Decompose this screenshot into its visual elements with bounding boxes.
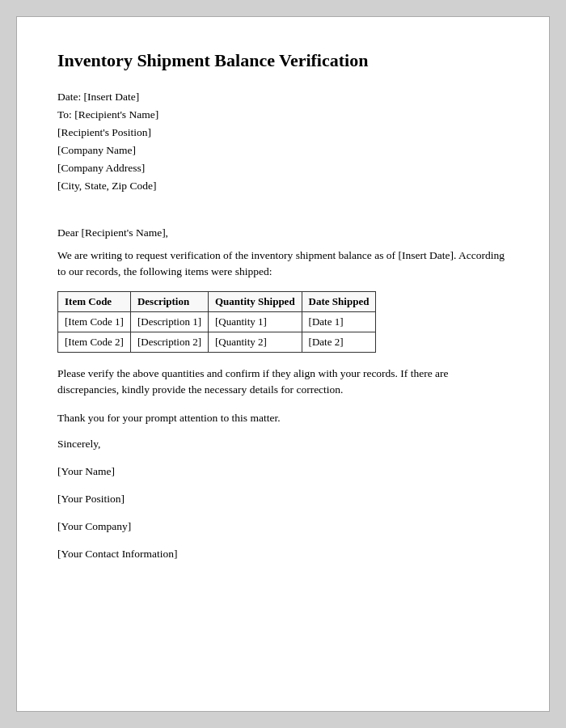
table-row: [Item Code 2][Description 2][Quantity 2]… [58, 332, 376, 353]
table-row: [Item Code 1][Description 1][Quantity 1]… [58, 312, 376, 332]
closing: Sincerely, [57, 438, 509, 451]
table-cell-1-2: [Quantity 2] [208, 332, 302, 353]
table-cell-0-1: [Description 1] [130, 312, 208, 332]
your-contact: [Your Contact Information] [57, 548, 509, 561]
body-paragraph-2: Please verify the above quantities and c… [57, 366, 509, 399]
col-header-item-code: Item Code [58, 292, 131, 312]
shipment-table: Item Code Description Quantity Shipped D… [57, 291, 376, 353]
col-header-quantity-shipped: Quantity Shipped [208, 292, 302, 312]
table-cell-0-0: [Item Code 1] [58, 312, 131, 332]
spacer2 [57, 212, 509, 226]
closing-spacer1 [57, 459, 509, 465]
table-cell-1-0: [Item Code 2] [58, 332, 131, 353]
date-line: Date: [Insert Date] [57, 91, 509, 104]
greeting: Dear [Recipient's Name], [57, 226, 509, 239]
company-address: [Company Address] [57, 162, 509, 175]
table-header-row: Item Code Description Quantity Shipped D… [58, 292, 376, 312]
closing-spacer3 [57, 514, 509, 520]
your-position: [Your Position] [57, 493, 509, 506]
closing-spacer2 [57, 486, 509, 493]
table-cell-0-3: [Date 1] [302, 312, 376, 332]
to-line: To: [Recipient's Name] [57, 108, 509, 121]
col-header-description: Description [130, 292, 208, 312]
spacer1 [57, 197, 509, 212]
table-cell-1-3: [Date 2] [302, 332, 376, 353]
company-name: [Company Name] [57, 144, 509, 157]
body-paragraph-1: We are writing to request verification o… [57, 248, 509, 281]
position-line: [Recipient's Position] [57, 126, 509, 139]
col-header-date-shipped: Date Shipped [302, 292, 376, 312]
document: Inventory Shipment Balance Verification … [16, 16, 550, 712]
city-state-zip: [City, State, Zip Code] [57, 180, 509, 193]
table-cell-0-2: [Quantity 1] [208, 312, 302, 332]
your-company: [Your Company] [57, 520, 509, 533]
your-name: [Your Name] [57, 465, 509, 478]
body-paragraph-3: Thank you for your prompt attention to t… [57, 410, 509, 426]
document-title: Inventory Shipment Balance Verification [57, 49, 509, 73]
table-cell-1-1: [Description 2] [130, 332, 208, 353]
closing-spacer4 [57, 541, 509, 548]
